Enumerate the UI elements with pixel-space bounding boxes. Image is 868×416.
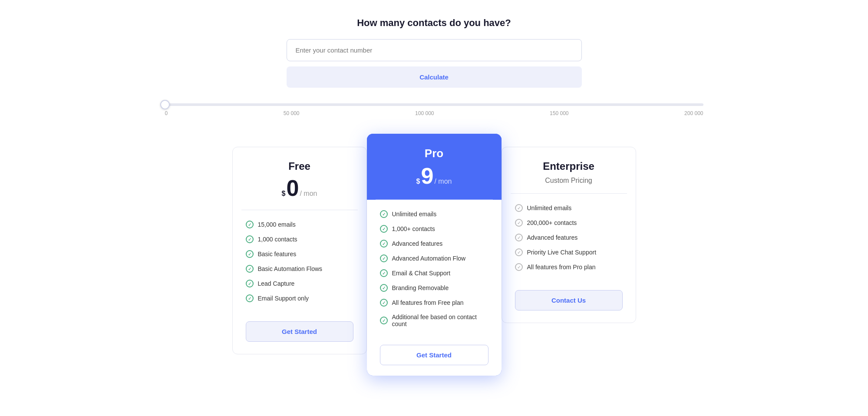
pro-check-icon-3	[380, 240, 388, 248]
free-feature-text-2: 1,000 contacts	[258, 236, 297, 243]
pro-feature-text-5: Email & Chat Support	[392, 270, 451, 277]
free-feature-3: Basic features	[246, 250, 353, 258]
free-feature-6: Email Support only	[246, 294, 353, 302]
enterprise-feature-1: Unlimited emails	[515, 204, 623, 212]
free-plan-price: $ 0 / mon	[246, 177, 353, 199]
free-feature-text-3: Basic features	[258, 251, 297, 258]
pro-feature-text-6: Branding Removable	[392, 284, 449, 291]
pro-card-features: Unlimited emails 1,000+ contacts Advance…	[367, 200, 502, 338]
free-feature-2: 1,000 contacts	[246, 235, 353, 243]
enterprise-plan-name: Enterprise	[515, 160, 623, 172]
pro-check-icon-4	[380, 254, 388, 262]
free-card-footer: Get Started	[233, 313, 366, 354]
enterprise-check-icon-3	[515, 234, 523, 241]
enterprise-check-icon-2	[515, 219, 523, 227]
pro-price-amount: 9	[421, 165, 433, 187]
pro-feature-2: 1,000+ contacts	[380, 225, 488, 233]
slider-label-150k: 150 000	[550, 110, 568, 116]
slider-label-50k: 50 000	[284, 110, 300, 116]
free-feature-text-5: Lead Capture	[258, 280, 295, 287]
enterprise-plan-card: Enterprise Custom Pricing Unlimited emai…	[502, 147, 636, 323]
pricing-cards: Free $ 0 / mon 15,000 emails 1,000 conta…	[195, 134, 673, 376]
enterprise-check-icon-1	[515, 204, 523, 212]
free-feature-5: Lead Capture	[246, 280, 353, 287]
pro-check-icon-6	[380, 284, 388, 292]
enterprise-check-icon-4	[515, 248, 523, 256]
slider-label-0: 0	[165, 110, 168, 116]
enterprise-feature-2: 200,000+ contacts	[515, 219, 623, 227]
pro-check-icon-5	[380, 269, 388, 277]
pro-card-header: Pro $ 9 / mon	[367, 134, 502, 199]
pro-feature-8: Additional fee based on contact count	[380, 314, 488, 327]
contact-number-input[interactable]	[287, 39, 582, 61]
pro-feature-text-1: Unlimited emails	[392, 211, 437, 218]
enterprise-feature-text-4: Priority Live Chat Support	[527, 249, 597, 256]
free-get-started-button[interactable]: Get Started	[246, 321, 353, 342]
slider-label-200k: 200 000	[684, 110, 703, 116]
pro-plan-card: Pro $ 9 / mon Unlimited emails 1,000+ co…	[367, 134, 502, 376]
check-icon-6	[246, 294, 254, 302]
calculate-button[interactable]: Calculate	[287, 66, 582, 88]
pro-feature-3: Advanced features	[380, 240, 488, 248]
pro-feature-text-4: Advanced Automation Flow	[392, 255, 466, 262]
enterprise-contact-us-button[interactable]: Contact Us	[515, 290, 623, 310]
pro-plan-name: Pro	[380, 147, 488, 160]
pro-feature-text-7: All features from Free plan	[392, 299, 464, 306]
free-feature-4: Basic Automation Flows	[246, 265, 353, 273]
pro-check-icon-8	[380, 317, 388, 324]
check-icon-3	[246, 250, 254, 258]
check-icon-4	[246, 265, 254, 273]
pro-price-symbol: $	[416, 178, 420, 185]
slider-label-100k: 100 000	[415, 110, 434, 116]
slider-labels: 0 50 000 100 000 150 000 200 000	[165, 110, 703, 116]
enterprise-feature-text-3: Advanced features	[527, 234, 578, 241]
free-price-period: / mon	[300, 190, 317, 198]
enterprise-check-icon-5	[515, 263, 523, 271]
free-price-amount: 0	[286, 177, 299, 199]
free-plan-name: Free	[246, 160, 353, 172]
contact-input-wrapper	[287, 39, 582, 61]
enterprise-card-header: Enterprise Custom Pricing	[502, 147, 636, 193]
free-plan-card: Free $ 0 / mon 15,000 emails 1,000 conta…	[232, 147, 367, 354]
pro-check-icon-1	[380, 210, 388, 218]
slider-section: 0 50 000 100 000 150 000 200 000	[148, 103, 721, 116]
pro-check-icon-2	[380, 225, 388, 233]
pro-feature-7: All features from Free plan	[380, 299, 488, 307]
enterprise-pricing-label: Custom Pricing	[515, 177, 623, 185]
enterprise-feature-text-2: 200,000+ contacts	[527, 219, 577, 226]
enterprise-feature-4: Priority Live Chat Support	[515, 248, 623, 256]
enterprise-card-footer: Contact Us	[502, 281, 636, 323]
free-feature-text-1: 15,000 emails	[258, 221, 296, 228]
pro-feature-text-2: 1,000+ contacts	[392, 225, 435, 232]
enterprise-feature-text-5: All features from Pro plan	[527, 264, 596, 271]
pro-feature-text-8: Additional fee based on contact count	[392, 314, 488, 327]
pro-feature-4: Advanced Automation Flow	[380, 254, 488, 262]
pro-feature-text-3: Advanced features	[392, 240, 443, 247]
page-title: How many contacts do you have?	[357, 17, 511, 29]
check-icon-5	[246, 280, 254, 287]
free-price-symbol: $	[282, 190, 286, 197]
check-icon-1	[246, 221, 254, 228]
pro-check-icon-7	[380, 299, 388, 307]
slider-track[interactable]	[165, 103, 703, 106]
free-card-header: Free $ 0 / mon	[233, 147, 366, 210]
pro-feature-1: Unlimited emails	[380, 210, 488, 218]
pro-price-period: / mon	[434, 178, 452, 185]
enterprise-card-features: Unlimited emails 200,000+ contacts Advan…	[502, 194, 636, 281]
check-icon-2	[246, 235, 254, 243]
pro-plan-price: $ 9 / mon	[380, 165, 488, 187]
pro-feature-5: Email & Chat Support	[380, 269, 488, 277]
pro-get-started-button[interactable]: Get Started	[380, 345, 488, 365]
enterprise-feature-5: All features from Pro plan	[515, 263, 623, 271]
pro-feature-6: Branding Removable	[380, 284, 488, 292]
pro-card-footer: Get Started	[367, 338, 502, 376]
free-feature-text-6: Email Support only	[258, 295, 309, 302]
enterprise-feature-3: Advanced features	[515, 234, 623, 241]
free-feature-text-4: Basic Automation Flows	[258, 265, 323, 272]
free-card-features: 15,000 emails 1,000 contacts Basic featu…	[233, 210, 366, 313]
free-feature-1: 15,000 emails	[246, 221, 353, 228]
enterprise-feature-text-1: Unlimited emails	[527, 205, 572, 211]
slider-thumb[interactable]	[160, 100, 170, 109]
